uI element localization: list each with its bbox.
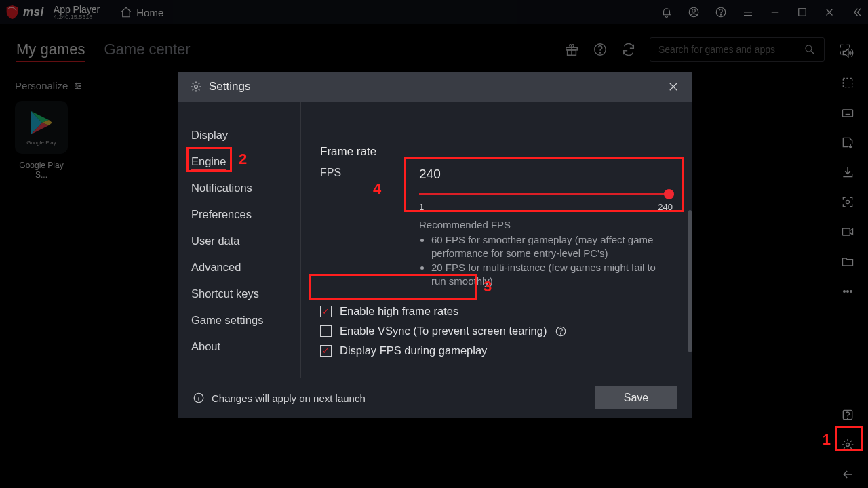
sidebar-item-advanced[interactable]: Advanced — [178, 254, 300, 281]
svg-point-17 — [844, 291, 846, 293]
personalize[interactable]: Personalize — [15, 80, 83, 92]
app-name: App Player 4.240.15.5318 — [54, 5, 100, 20]
svg-point-25 — [561, 333, 561, 334]
settings-modal: Settings Display Engine Notifications Pr… — [178, 72, 692, 418]
sidebar-item-preferences[interactable]: Preferences — [178, 201, 300, 228]
help-icon[interactable] — [555, 325, 567, 338]
sidebar-item-about[interactable]: About — [178, 333, 300, 360]
svg-point-21 — [848, 418, 848, 419]
account-icon[interactable] — [688, 6, 700, 18]
bell-icon[interactable] — [660, 6, 673, 18]
select-icon[interactable] — [841, 76, 854, 89]
search-icon[interactable] — [804, 43, 816, 56]
home-label[interactable]: Home — [136, 7, 163, 18]
subheader: My games Game center — [0, 24, 868, 75]
install-apk-icon[interactable] — [841, 136, 854, 149]
svg-point-10 — [76, 83, 77, 84]
modal-header: Settings — [178, 72, 692, 102]
modal-footer: Changes will apply on next launch Save — [178, 378, 692, 418]
annotation-number: 3 — [484, 278, 492, 296]
gear-icon — [190, 81, 202, 93]
menu-icon[interactable] — [742, 6, 754, 18]
svg-rect-4 — [799, 9, 806, 16]
svg-point-9 — [806, 45, 812, 52]
msi-shield-icon — [5, 5, 19, 20]
svg-point-1 — [692, 9, 696, 13]
sidebar-item-game-settings[interactable]: Game settings — [178, 307, 300, 333]
checkbox-high-frame-rates[interactable]: Enable high frame rates — [320, 302, 673, 321]
sidebar-item-notifications[interactable]: Notifications — [178, 175, 300, 201]
modal-sidebar: Display Engine Notifications Preferences… — [178, 102, 301, 378]
record-icon[interactable] — [841, 225, 854, 239]
locate-icon[interactable] — [841, 195, 854, 209]
minimize-icon[interactable] — [769, 6, 781, 18]
recommended-title: Recommended FPS — [419, 219, 673, 230]
maximize-icon[interactable] — [796, 6, 808, 18]
sliders-icon — [73, 81, 83, 91]
svg-rect-13 — [843, 78, 852, 87]
question-icon[interactable] — [841, 408, 854, 422]
svg-point-19 — [850, 291, 852, 293]
app-tile-google-play[interactable]: Google Play Google Play S... — [15, 101, 68, 180]
close-icon[interactable] — [823, 6, 835, 18]
annotation-number: 4 — [373, 180, 381, 198]
modal-close-icon[interactable] — [667, 81, 679, 93]
tab-game-center[interactable]: Game center — [104, 41, 190, 58]
save-button[interactable]: Save — [595, 386, 677, 409]
svg-point-18 — [847, 291, 849, 293]
gift-icon[interactable] — [564, 42, 579, 57]
help-icon[interactable] — [715, 6, 727, 18]
annotation-box — [309, 274, 477, 300]
checkbox-vsync[interactable]: Enable VSync (To prevent screen tearing) — [320, 321, 673, 341]
checkbox-icon[interactable] — [320, 325, 332, 337]
back-icon[interactable] — [841, 468, 854, 481]
modal-main: Frame rate FPS 240 1 240 Recommended FPS — [301, 102, 692, 378]
keyboard-icon[interactable] — [841, 106, 854, 119]
more-icon[interactable] — [841, 285, 854, 298]
volume-icon[interactable] — [841, 46, 854, 60]
info-icon — [193, 392, 205, 404]
svg-point-11 — [79, 85, 81, 86]
folder-icon[interactable] — [841, 255, 854, 268]
svg-point-8 — [599, 52, 600, 53]
svg-point-3 — [721, 14, 722, 15]
google-play-icon — [30, 110, 53, 136]
side-rail — [835, 46, 860, 481]
rec-item: 60 FPS for smoother gameplay (may affect… — [431, 233, 673, 261]
scrollbar[interactable] — [688, 210, 692, 352]
sidebar-item-shortcut-keys[interactable]: Shortcut keys — [178, 281, 300, 307]
svg-point-23 — [195, 85, 198, 89]
checkbox-display-fps[interactable]: Display FPS during gameplay — [320, 341, 673, 361]
download-icon[interactable] — [841, 165, 854, 179]
checkbox-icon[interactable] — [320, 345, 332, 357]
sidebar-item-display[interactable]: Display — [178, 122, 300, 148]
svg-point-12 — [77, 87, 78, 89]
annotation-box — [186, 147, 232, 172]
titlebar: msi App Player 4.240.15.5318 Home — [0, 0, 868, 24]
collapse-icon[interactable] — [850, 6, 863, 18]
home-icon[interactable] — [120, 6, 132, 18]
annotation-number: 2 — [239, 150, 247, 168]
help-icon[interactable] — [593, 42, 608, 57]
annotation-number: 1 — [823, 431, 831, 449]
footer-note: Changes will apply on next launch — [212, 392, 366, 404]
tab-my-games[interactable]: My games — [16, 41, 85, 58]
sidebar-item-user-data[interactable]: User data — [178, 228, 300, 254]
svg-rect-16 — [843, 228, 850, 235]
search-input[interactable] — [658, 44, 804, 55]
checkbox-icon[interactable] — [320, 306, 332, 317]
svg-rect-14 — [843, 110, 853, 117]
search-box[interactable] — [650, 37, 825, 62]
annotation-box — [404, 157, 684, 212]
annotation-box — [835, 426, 863, 451]
svg-point-15 — [846, 201, 850, 204]
brand-label: msi — [23, 5, 44, 19]
sync-icon[interactable] — [621, 42, 636, 57]
modal-title: Settings — [209, 80, 250, 94]
